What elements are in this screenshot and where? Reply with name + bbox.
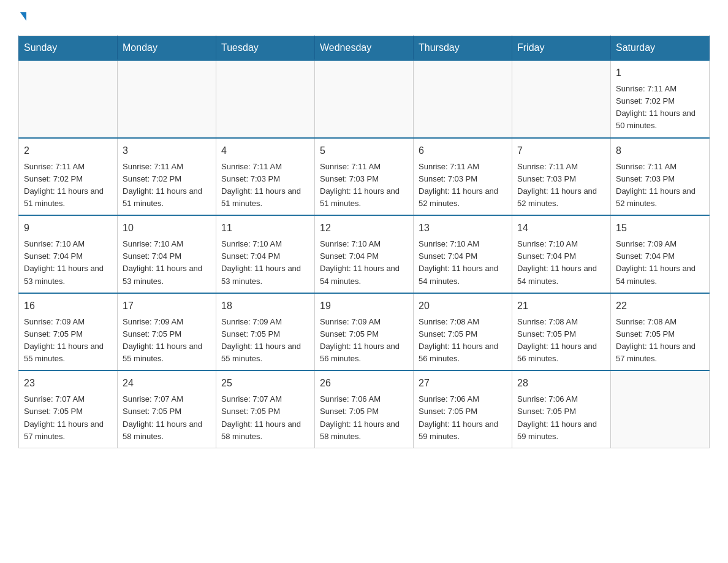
header-thursday: Thursday [414,36,512,61]
day-info: Sunrise: 7:11 AM Sunset: 7:03 PM Dayligh… [320,161,408,210]
day-number: 23 [24,376,112,391]
calendar-cell [216,60,315,138]
day-number: 26 [320,376,408,391]
day-number: 24 [123,376,211,391]
day-number: 9 [24,221,112,236]
day-info: Sunrise: 7:11 AM Sunset: 7:02 PM Dayligh… [616,83,704,132]
day-info: Sunrise: 7:10 AM Sunset: 7:04 PM Dayligh… [123,238,211,288]
day-info: Sunrise: 7:06 AM Sunset: 7:05 PM Dayligh… [419,393,507,443]
calendar-cell [512,60,611,138]
calendar-cell: 6Sunrise: 7:11 AM Sunset: 7:03 PM Daylig… [414,138,512,216]
calendar-cell: 19Sunrise: 7:09 AM Sunset: 7:05 PM Dayli… [315,293,414,371]
calendar-cell [611,370,710,448]
week-row-4: 16Sunrise: 7:09 AM Sunset: 7:05 PM Dayli… [19,293,710,371]
calendar-cell: 13Sunrise: 7:10 AM Sunset: 7:04 PM Dayli… [414,215,512,293]
day-info: Sunrise: 7:11 AM Sunset: 7:02 PM Dayligh… [123,161,211,210]
day-info: Sunrise: 7:09 AM Sunset: 7:05 PM Dayligh… [221,316,309,366]
calendar-cell: 28Sunrise: 7:06 AM Sunset: 7:05 PM Dayli… [512,370,611,448]
day-info: Sunrise: 7:06 AM Sunset: 7:05 PM Dayligh… [320,393,408,443]
day-info: Sunrise: 7:10 AM Sunset: 7:04 PM Dayligh… [320,238,408,288]
calendar-cell: 2Sunrise: 7:11 AM Sunset: 7:02 PM Daylig… [19,138,118,216]
header-friday: Friday [512,36,611,61]
day-info: Sunrise: 7:07 AM Sunset: 7:05 PM Dayligh… [123,393,211,443]
day-number: 15 [616,221,704,236]
day-info: Sunrise: 7:11 AM Sunset: 7:03 PM Dayligh… [419,161,507,210]
day-number: 5 [320,144,408,158]
day-info: Sunrise: 7:08 AM Sunset: 7:05 PM Dayligh… [517,316,605,366]
day-number: 25 [221,376,309,391]
calendar-cell: 8Sunrise: 7:11 AM Sunset: 7:03 PM Daylig… [611,138,710,216]
day-info: Sunrise: 7:07 AM Sunset: 7:05 PM Dayligh… [221,393,309,443]
day-number: 27 [419,376,507,391]
week-row-3: 9Sunrise: 7:10 AM Sunset: 7:04 PM Daylig… [19,215,710,293]
logo [18,12,26,23]
day-number: 7 [517,144,605,158]
day-number: 10 [123,221,211,236]
calendar-cell: 4Sunrise: 7:11 AM Sunset: 7:03 PM Daylig… [216,138,315,216]
calendar-cell: 7Sunrise: 7:11 AM Sunset: 7:03 PM Daylig… [512,138,611,216]
calendar-cell: 16Sunrise: 7:09 AM Sunset: 7:05 PM Dayli… [19,293,118,371]
calendar-cell: 9Sunrise: 7:10 AM Sunset: 7:04 PM Daylig… [19,215,118,293]
calendar-cell: 23Sunrise: 7:07 AM Sunset: 7:05 PM Dayli… [19,370,118,448]
day-info: Sunrise: 7:10 AM Sunset: 7:04 PM Dayligh… [24,238,112,288]
week-row-5: 23Sunrise: 7:07 AM Sunset: 7:05 PM Dayli… [19,370,710,448]
calendar-cell [315,60,414,138]
days-of-week-row: Sunday Monday Tuesday Wednesday Thursday… [19,36,710,61]
header-monday: Monday [118,36,216,61]
calendar-table: Sunday Monday Tuesday Wednesday Thursday… [18,36,710,448]
week-row-2: 2Sunrise: 7:11 AM Sunset: 7:02 PM Daylig… [19,138,710,216]
day-info: Sunrise: 7:10 AM Sunset: 7:04 PM Dayligh… [221,238,309,288]
day-info: Sunrise: 7:10 AM Sunset: 7:04 PM Dayligh… [517,238,605,288]
day-number: 8 [616,144,704,158]
day-info: Sunrise: 7:06 AM Sunset: 7:05 PM Dayligh… [517,393,605,443]
calendar-cell: 15Sunrise: 7:09 AM Sunset: 7:04 PM Dayli… [611,215,710,293]
page-header [18,12,710,23]
day-number: 3 [123,144,211,158]
header-saturday: Saturday [611,36,710,61]
day-number: 13 [419,221,507,236]
day-number: 6 [419,144,507,158]
header-sunday: Sunday [19,36,118,61]
calendar-cell: 18Sunrise: 7:09 AM Sunset: 7:05 PM Dayli… [216,293,315,371]
calendar-cell [19,60,118,138]
day-number: 19 [320,299,408,313]
calendar-cell: 14Sunrise: 7:10 AM Sunset: 7:04 PM Dayli… [512,215,611,293]
calendar-cell: 21Sunrise: 7:08 AM Sunset: 7:05 PM Dayli… [512,293,611,371]
day-number: 4 [221,144,309,158]
calendar-cell: 25Sunrise: 7:07 AM Sunset: 7:05 PM Dayli… [216,370,315,448]
day-info: Sunrise: 7:09 AM Sunset: 7:05 PM Dayligh… [24,316,112,366]
calendar-cell: 11Sunrise: 7:10 AM Sunset: 7:04 PM Dayli… [216,215,315,293]
day-info: Sunrise: 7:10 AM Sunset: 7:04 PM Dayligh… [419,238,507,288]
header-tuesday: Tuesday [216,36,315,61]
calendar-cell: 12Sunrise: 7:10 AM Sunset: 7:04 PM Dayli… [315,215,414,293]
week-row-1: 1Sunrise: 7:11 AM Sunset: 7:02 PM Daylig… [19,60,710,138]
calendar-cell: 22Sunrise: 7:08 AM Sunset: 7:05 PM Dayli… [611,293,710,371]
day-info: Sunrise: 7:11 AM Sunset: 7:03 PM Dayligh… [616,161,704,210]
day-info: Sunrise: 7:11 AM Sunset: 7:03 PM Dayligh… [517,161,605,210]
day-number: 1 [616,66,704,80]
calendar-cell [414,60,512,138]
calendar-cell: 3Sunrise: 7:11 AM Sunset: 7:02 PM Daylig… [118,138,216,216]
day-number: 17 [123,299,211,313]
calendar-cell: 1Sunrise: 7:11 AM Sunset: 7:02 PM Daylig… [611,60,710,138]
day-info: Sunrise: 7:09 AM Sunset: 7:04 PM Dayligh… [616,238,704,288]
calendar-cell: 10Sunrise: 7:10 AM Sunset: 7:04 PM Dayli… [118,215,216,293]
day-number: 11 [221,221,309,236]
day-info: Sunrise: 7:11 AM Sunset: 7:02 PM Dayligh… [24,161,112,210]
day-info: Sunrise: 7:11 AM Sunset: 7:03 PM Dayligh… [221,161,309,210]
day-info: Sunrise: 7:09 AM Sunset: 7:05 PM Dayligh… [123,316,211,366]
calendar-cell: 24Sunrise: 7:07 AM Sunset: 7:05 PM Dayli… [118,370,216,448]
day-number: 28 [517,376,605,391]
calendar-cell: 17Sunrise: 7:09 AM Sunset: 7:05 PM Dayli… [118,293,216,371]
calendar-cell [118,60,216,138]
day-number: 16 [24,299,112,313]
day-info: Sunrise: 7:07 AM Sunset: 7:05 PM Dayligh… [24,393,112,443]
day-number: 2 [24,144,112,158]
logo-arrow-icon [20,12,26,21]
calendar-cell: 26Sunrise: 7:06 AM Sunset: 7:05 PM Dayli… [315,370,414,448]
day-number: 14 [517,221,605,236]
calendar-cell: 27Sunrise: 7:06 AM Sunset: 7:05 PM Dayli… [414,370,512,448]
day-number: 21 [517,299,605,313]
day-info: Sunrise: 7:08 AM Sunset: 7:05 PM Dayligh… [616,316,704,366]
day-number: 18 [221,299,309,313]
